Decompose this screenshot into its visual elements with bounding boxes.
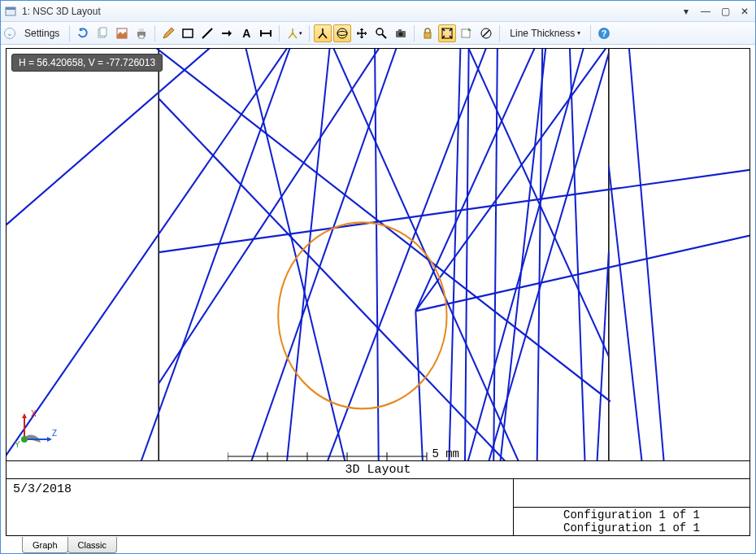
- svg-rect-22: [424, 33, 431, 38]
- lock-icon[interactable]: [419, 24, 437, 42]
- svg-point-17: [376, 28, 383, 35]
- scale-label: 5 mm: [432, 447, 459, 460]
- svg-rect-8: [183, 29, 193, 37]
- meta-right-top: [514, 479, 749, 508]
- stop-icon[interactable]: [477, 24, 495, 42]
- window-title: 1: NSC 3D Layout: [22, 6, 679, 17]
- svg-rect-6: [139, 28, 144, 32]
- svg-line-18: [382, 34, 386, 38]
- svg-line-31: [7, 49, 219, 238]
- axis-y: Y: [15, 440, 20, 449]
- line-icon[interactable]: [198, 24, 216, 42]
- svg-line-50: [415, 49, 538, 311]
- zoom-icon[interactable]: [372, 24, 390, 42]
- titlebar: 1: NSC 3D Layout ▾ — ▢ ✕: [1, 1, 755, 22]
- config-line-1: Configuration 1 of 1: [563, 508, 700, 521]
- viewport-caption: 3D Layout: [7, 460, 749, 478]
- refresh-icon[interactable]: [74, 24, 92, 42]
- svg-text:?: ?: [602, 28, 607, 38]
- meta-date: 5/3/2018: [7, 479, 514, 535]
- svg-line-55: [465, 49, 609, 356]
- svg-rect-21: [398, 29, 402, 31]
- app-icon: [4, 5, 17, 18]
- svg-rect-7: [139, 35, 144, 38]
- text-icon[interactable]: A: [237, 24, 255, 42]
- svg-point-15: [337, 28, 347, 38]
- toolbar: ⌄ Settings A ▾ Line Thickness▾ ?: [1, 22, 755, 45]
- config-line-2: Configuration 1 of 1: [563, 521, 700, 534]
- svg-point-20: [399, 32, 403, 36]
- settings-expand-icon[interactable]: ⌄: [4, 28, 15, 39]
- axis-triad: X Z Y: [13, 402, 60, 449]
- svg-line-44: [318, 49, 489, 478]
- pencil-icon[interactable]: [159, 24, 177, 42]
- camera-icon[interactable]: [392, 24, 410, 42]
- svg-line-56: [537, 49, 542, 478]
- svg-rect-1: [6, 7, 15, 10]
- line-thickness-button[interactable]: Line Thickness▾: [504, 24, 586, 42]
- view-yz-icon[interactable]: [314, 24, 332, 42]
- rectangle-icon[interactable]: [179, 24, 197, 42]
- meta-config: Configuration 1 of 1 Configuration 1 of …: [514, 508, 749, 536]
- bottom-tabs: Graph Classic: [6, 536, 750, 553]
- svg-line-26: [483, 30, 489, 37]
- copy-icon[interactable]: [93, 24, 111, 42]
- view-globe-icon[interactable]: [333, 24, 351, 42]
- svg-line-46: [465, 49, 469, 478]
- svg-line-41: [159, 98, 530, 478]
- fit-view-icon[interactable]: [438, 24, 456, 42]
- dropdown-icon[interactable]: ▾: [679, 5, 693, 18]
- arrow-icon[interactable]: [218, 24, 236, 42]
- viewport[interactable]: H = 56.420658, V = -77.726013 X Z Y: [6, 48, 750, 479]
- meta-strip: 5/3/2018 Configuration 1 of 1 Configurat…: [6, 479, 750, 536]
- svg-line-53: [570, 49, 586, 478]
- viewport-container: H = 56.420658, V = -77.726013 X Z Y: [1, 45, 755, 553]
- svg-line-9: [202, 28, 212, 38]
- export-image-icon[interactable]: [458, 24, 476, 42]
- svg-line-57: [609, 167, 645, 478]
- svg-rect-3: [100, 28, 106, 36]
- help-icon[interactable]: ?: [595, 24, 613, 42]
- svg-line-52: [159, 167, 749, 253]
- svg-line-33: [133, 49, 293, 478]
- svg-line-38: [375, 49, 379, 478]
- dimension-icon[interactable]: [257, 24, 275, 42]
- svg-line-40: [415, 49, 612, 311]
- svg-point-14: [292, 32, 294, 34]
- pan-icon[interactable]: [353, 24, 371, 42]
- axis-z: Z: [52, 429, 57, 438]
- ray-plot: [7, 49, 749, 478]
- svg-line-37: [244, 49, 350, 478]
- svg-line-43: [330, 49, 531, 478]
- tab-graph[interactable]: Graph: [22, 537, 68, 553]
- tab-classic[interactable]: Classic: [67, 537, 117, 553]
- svg-point-63: [21, 436, 28, 443]
- svg-point-16: [337, 31, 347, 35]
- svg-line-59: [628, 49, 666, 478]
- window-controls: ▾ — ▢ ✕: [679, 5, 752, 18]
- axis-x: X: [31, 409, 37, 418]
- minimize-icon[interactable]: —: [698, 5, 713, 18]
- maximize-icon[interactable]: ▢: [718, 5, 732, 18]
- svg-line-58: [596, 252, 609, 478]
- settings-button[interactable]: Settings: [19, 24, 65, 42]
- cursor-readout: H = 56.420658, V = -77.726013: [11, 54, 163, 72]
- rotate-tool-icon[interactable]: ▾: [284, 24, 305, 42]
- clipboard-image-icon[interactable]: [113, 24, 131, 42]
- print-icon[interactable]: [133, 24, 150, 42]
- close-icon[interactable]: ✕: [737, 5, 752, 18]
